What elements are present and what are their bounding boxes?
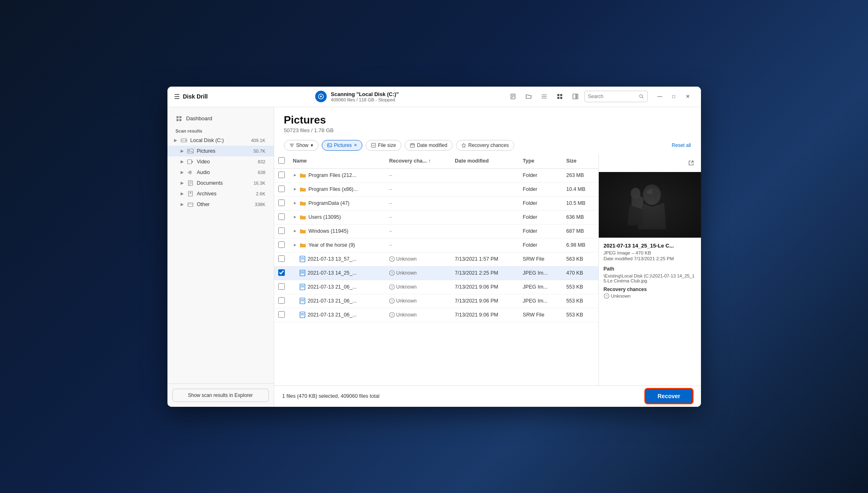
table-row[interactable]: ProgramData (47)–Folder10.5 MB <box>274 196 598 210</box>
table-row[interactable]: Windows (11945)–Folder687 MB <box>274 224 598 238</box>
table-row[interactable]: 2021-07-13 21_06_...?Unknown7/13/2021 9:… <box>274 308 598 322</box>
external-link-button[interactable] <box>685 156 698 170</box>
row-checkbox-cell <box>274 196 289 210</box>
row-recovery-cell: – <box>385 168 451 182</box>
table-row[interactable]: Year of the horse (9)–Folder6.98 MB <box>274 238 598 252</box>
show-in-explorer-button[interactable]: Show scan results in Explorer <box>172 389 269 402</box>
table-row[interactable]: 2021-07-13 21_06_...?Unknown7/13/2021 9:… <box>274 280 598 294</box>
table-row[interactable]: Program Files (212...–Folder263 MB <box>274 168 598 182</box>
row-name-text: 2021-07-13 21_06_... <box>308 284 357 290</box>
sidebar-item-audio[interactable]: ▶ Audio 638 <box>167 167 274 178</box>
preview-image <box>599 172 701 238</box>
search-icon <box>639 94 644 99</box>
table-row[interactable]: 2021-07-13 14_25_...?Unknown7/13/2021 2:… <box>274 266 598 280</box>
row-checkbox-cell <box>274 294 289 308</box>
maximize-button[interactable]: □ <box>667 90 680 103</box>
row-expand-icon[interactable] <box>293 243 297 247</box>
filesize-filter-button[interactable]: File size <box>366 140 401 151</box>
recover-button[interactable]: Recover <box>645 389 692 404</box>
show-filter-button[interactable]: Show ▾ <box>284 140 318 151</box>
row-expand-icon[interactable] <box>293 173 297 177</box>
row-checkbox[interactable] <box>278 241 285 248</box>
svg-marker-53 <box>294 244 296 246</box>
row-expand-icon[interactable] <box>293 215 297 219</box>
row-checkbox[interactable] <box>278 172 285 178</box>
help-icon: ? <box>389 256 395 262</box>
list-view-button[interactable] <box>538 90 551 103</box>
pictures-filter-button[interactable]: Pictures ✕ <box>322 140 362 151</box>
main-window: ☰ Disk Drill Scanning "Local Disk (C:)" … <box>167 87 701 407</box>
svg-rect-11 <box>557 97 559 99</box>
select-all-checkbox[interactable] <box>278 157 285 164</box>
star-icon <box>461 143 466 148</box>
sidebar-item-local-disk[interactable]: ▶ Local Disk (C:) 409.1K <box>167 135 274 146</box>
row-recovery-cell: ?Unknown <box>385 252 451 266</box>
table-row[interactable]: 2021-07-13 21_06_...?Unknown7/13/2021 9:… <box>274 294 598 308</box>
sidebar-item-pictures[interactable]: ▶ Pictures 50.7K <box>167 146 274 156</box>
recovery-text: Unknown <box>396 256 417 262</box>
minimize-button[interactable]: — <box>653 90 666 103</box>
table-row[interactable]: Program Files (x86)...–Folder10.4 MB <box>274 182 598 196</box>
row-name-text: ProgramData (47) <box>309 200 350 206</box>
sidebar-item-video[interactable]: ▶ Video 832 <box>167 156 274 167</box>
status-text: 1 files (470 KB) selected, 409060 files … <box>282 393 380 399</box>
sidebar-item-count-other: 338K <box>255 202 266 207</box>
row-checkbox[interactable] <box>278 255 285 262</box>
doc-view-button[interactable] <box>506 90 520 103</box>
svg-rect-33 <box>190 192 191 193</box>
scan-results-section-label: Scan results <box>167 125 274 135</box>
row-checkbox[interactable] <box>278 297 285 304</box>
header-recovery[interactable]: Recovery cha... ↑ <box>385 154 451 169</box>
sidebar-item-other[interactable]: ▶ Other 338K <box>167 199 274 210</box>
row-size-cell: 553 KB <box>562 308 598 322</box>
pictures-filter-close-icon[interactable]: ✕ <box>354 143 357 147</box>
close-button[interactable]: ✕ <box>681 90 694 103</box>
help-icon: ? <box>389 312 395 318</box>
row-checkbox[interactable] <box>278 269 285 276</box>
row-recovery-cell: ?Unknown <box>385 308 451 322</box>
table-row[interactable]: Users (13095)–Folder636 MB <box>274 210 598 224</box>
row-checkbox[interactable] <box>278 283 285 290</box>
grid-view-button[interactable] <box>553 90 566 103</box>
svg-rect-39 <box>328 144 332 147</box>
show-filter-label: Show <box>296 142 309 148</box>
reset-all-button[interactable]: Reset all <box>672 142 691 148</box>
recovery-text: Unknown <box>396 270 417 276</box>
expand-icon-other: ▶ <box>181 202 184 206</box>
row-name-cell: 2021-07-13 21_06_... <box>289 308 385 322</box>
row-checkbox[interactable] <box>278 186 285 192</box>
sidebar-item-archives[interactable]: ▶ Archives 2.6K <box>167 188 274 199</box>
panel-view-button[interactable] <box>569 90 582 103</box>
header-name: Name <box>289 154 385 169</box>
row-recovery-cell: – <box>385 182 451 196</box>
row-checkbox[interactable] <box>278 311 285 318</box>
row-checkbox[interactable] <box>278 213 285 220</box>
row-expand-icon[interactable] <box>293 187 297 191</box>
table-row[interactable]: 2021-07-13 13_57_...?Unknown7/13/2021 1:… <box>274 252 598 266</box>
row-size-cell: 563 KB <box>562 252 598 266</box>
folder-icon <box>300 200 306 206</box>
row-checkbox[interactable] <box>278 199 285 206</box>
row-checkbox[interactable] <box>278 227 285 234</box>
search-input[interactable] <box>588 94 637 99</box>
file-table-wrap[interactable]: Name Recovery cha... ↑ Date modified Typ… <box>274 154 598 385</box>
recovery-text: Unknown <box>396 312 417 318</box>
row-name-text: 2021-07-13 21_06_... <box>308 312 357 318</box>
row-expand-icon[interactable] <box>293 229 297 233</box>
row-expand-icon[interactable] <box>293 201 297 205</box>
recoverychances-filter-button[interactable]: Recovery chances <box>456 140 514 151</box>
sidebar-item-documents[interactable]: ▶ Documents 16.3K <box>167 178 274 188</box>
folder-view-button[interactable] <box>522 90 535 103</box>
svg-marker-50 <box>294 202 296 204</box>
header-checkbox-cell <box>274 154 289 169</box>
datemodified-filter-button[interactable]: Date modified <box>405 140 453 151</box>
row-size-cell: 263 MB <box>562 168 598 182</box>
row-recovery-cell: ?Unknown <box>385 266 451 280</box>
hamburger-icon[interactable]: ☰ <box>174 93 180 101</box>
row-date-cell <box>451 238 519 252</box>
documents-icon <box>187 180 194 186</box>
preview-recovery-value: ? Unknown <box>604 293 696 299</box>
row-checkbox-cell <box>274 308 289 322</box>
sidebar-item-dashboard[interactable]: Dashboard <box>167 112 274 125</box>
row-name-cell: 2021-07-13 21_06_... <box>289 294 385 308</box>
